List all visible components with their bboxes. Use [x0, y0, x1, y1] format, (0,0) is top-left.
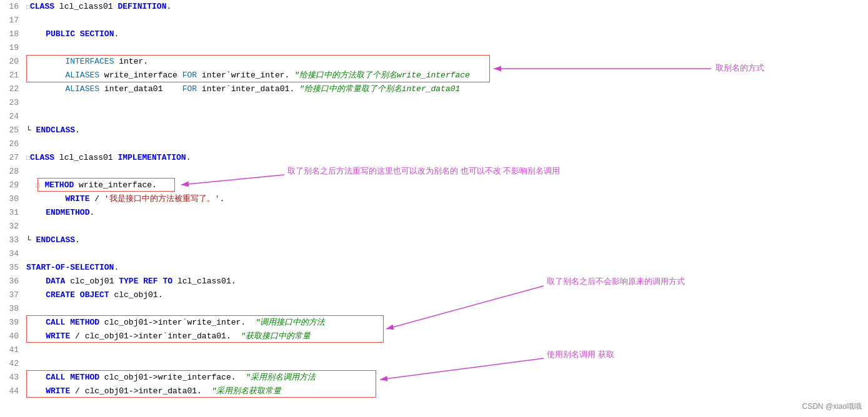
code-line-29: 29 □ METHOD write_interface. — [0, 179, 868, 192]
line-number: 19 — [0, 41, 24, 55]
code-line-35: 35START-OF-SELECTION. — [0, 261, 868, 275]
line-number: 28 — [0, 165, 24, 179]
line-number: 35 — [0, 261, 24, 275]
line-number: 23 — [0, 96, 24, 110]
line-number: 21 — [0, 69, 24, 82]
code-line-30: 30 WRITE / '我是接口中的方法被重写了。'. — [0, 192, 868, 206]
line-content: CREATE OBJECT clc_obj01. — [24, 288, 868, 302]
code-line-18: 18 PUBLIC SECTION. — [0, 27, 868, 41]
line-number: 25 — [0, 124, 24, 137]
code-line-20: 20 INTERFACES inter. — [0, 55, 868, 69]
code-line-16: 16□CLASS lcl_class01 DEFINITION. — [0, 0, 868, 14]
code-line-23: 23 — [0, 96, 868, 110]
code-line-44: 44 WRITE / clc_obj01->inter_data01. "采用别… — [0, 385, 868, 398]
line-content: CALL METHOD clc_obj01->write_interface. … — [24, 371, 868, 385]
line-number: 40 — [0, 330, 24, 343]
line-number: 22 — [0, 82, 24, 96]
line-number: 42 — [0, 357, 24, 371]
line-number: 33 — [0, 233, 24, 247]
line-number: 20 — [0, 55, 24, 69]
line-content: CALL METHOD clc_obj01->inter`write_inter… — [24, 316, 868, 330]
line-number: 27 — [0, 151, 24, 165]
code-line-39: 39 CALL METHOD clc_obj01->inter`write_in… — [0, 316, 868, 330]
code-line-26: 26 — [0, 137, 868, 151]
code-line-43: 43 CALL METHOD clc_obj01->write_interfac… — [0, 371, 868, 385]
code-line-32: 32 — [0, 220, 868, 233]
code-line-27: 27□CLASS lcl_class01 IMPLEMENTATION. — [0, 151, 868, 165]
code-line-24: 24 — [0, 110, 868, 124]
line-number: 24 — [0, 110, 24, 124]
line-content: □ METHOD write_interface. — [24, 179, 868, 193]
line-number: 34 — [0, 247, 24, 261]
line-content: DATA clc_obj01 TYPE REF TO lcl_class01. — [24, 275, 868, 288]
code-line-33: 33└ ENDCLASS. — [0, 233, 868, 247]
line-content: ALIASES write_interface FOR inter`write_… — [24, 69, 868, 82]
line-number: 39 — [0, 316, 24, 330]
line-number: 16 — [0, 0, 24, 14]
line-number: 18 — [0, 27, 24, 41]
line-number: 30 — [0, 192, 24, 206]
code-line-19: 19 — [0, 41, 868, 55]
line-number: 17 — [0, 14, 24, 27]
code-line-25: 25└ ENDCLASS. — [0, 124, 868, 137]
code-line-42: 42 — [0, 357, 868, 371]
line-number: 36 — [0, 275, 24, 288]
line-number: 26 — [0, 137, 24, 151]
line-content: ALIASES inter_data01 FOR inter`inter_dat… — [24, 82, 868, 96]
code-line-36: 36 DATA clc_obj01 TYPE REF TO lcl_class0… — [0, 275, 868, 288]
code-line-21: 21 ALIASES write_interface FOR inter`wri… — [0, 69, 868, 82]
code-area: 16□CLASS lcl_class01 DEFINITION.1718 PUB… — [0, 0, 868, 417]
line-content: └ ENDCLASS. — [24, 124, 868, 137]
line-content: ENDMETHOD. — [24, 206, 868, 220]
line-number: 31 — [0, 206, 24, 220]
line-number: 29 — [0, 179, 24, 192]
code-line-17: 17 — [0, 14, 868, 27]
watermark: CSDN @xiao哦哦 — [802, 401, 862, 412]
line-number: 41 — [0, 343, 24, 357]
code-line-41: 41 — [0, 343, 868, 357]
code-line-40: 40 WRITE / clc_obj01->inter`inter_data01… — [0, 330, 868, 343]
code-line-22: 22 ALIASES inter_data01 FOR inter`inter_… — [0, 82, 868, 96]
line-number: 38 — [0, 302, 24, 316]
line-content: □CLASS lcl_class01 IMPLEMENTATION. — [24, 151, 868, 165]
code-line-34: 34 — [0, 247, 868, 261]
line-number: 37 — [0, 288, 24, 302]
line-content: INTERFACES inter. — [24, 55, 868, 69]
line-content: WRITE / clc_obj01->inter`inter_data01. "… — [24, 330, 868, 343]
line-number: 44 — [0, 385, 24, 398]
line-content: WRITE / clc_obj01->inter_data01. "采用别名获取… — [24, 385, 868, 398]
line-content: START-OF-SELECTION. — [24, 261, 868, 275]
code-line-31: 31 ENDMETHOD. — [0, 206, 868, 220]
code-line-28: 28 — [0, 165, 868, 179]
code-line-37: 37 CREATE OBJECT clc_obj01. — [0, 288, 868, 302]
code-line-38: 38 — [0, 302, 868, 316]
line-number: 32 — [0, 220, 24, 233]
line-content: └ ENDCLASS. — [24, 233, 868, 247]
line-content: □CLASS lcl_class01 DEFINITION. — [24, 0, 868, 14]
line-content: PUBLIC SECTION. — [24, 27, 868, 41]
line-content: WRITE / '我是接口中的方法被重写了。'. — [24, 192, 868, 206]
line-number: 43 — [0, 371, 24, 385]
